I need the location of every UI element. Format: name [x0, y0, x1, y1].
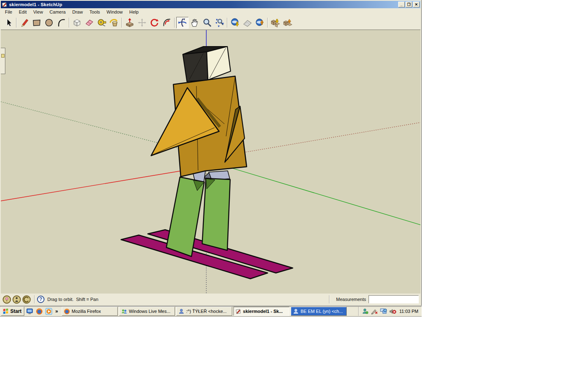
zoom-extents-tool-button[interactable]: [213, 17, 226, 28]
taskbar: Start: [0, 306, 422, 317]
select-arrow-icon: [4, 18, 14, 28]
menu-camera[interactable]: Camera: [46, 9, 69, 15]
toolbar: [1, 16, 420, 30]
move-icon: [137, 18, 147, 28]
pen-disabled-tray-icon[interactable]: [371, 308, 378, 315]
menu-window[interactable]: Window: [103, 9, 126, 15]
desktop: skiermodel1 - SketchUp _ ❐ ✕ File Edit V…: [0, 0, 588, 380]
taskbar-button-messenger[interactable]: Windows Live Mes...: [119, 307, 175, 316]
windows-logo-icon: [2, 308, 9, 315]
taskbar-button-msn-chat-1[interactable]: :^) ŤÝŁEŘ <hocke...: [176, 307, 232, 316]
taskbar-button-sketchup[interactable]: skiermodel1 - Sk...: [233, 307, 289, 316]
taskbar-button-label: Windows Live Mes...: [129, 309, 170, 314]
taskbar-button-msn-chat-2[interactable]: BE EM EL (yn) <ch...: [291, 307, 347, 316]
messenger-icon: [121, 308, 127, 315]
red-axis-negative: [242, 122, 420, 153]
credit-status-icon[interactable]: [22, 295, 31, 304]
skier-model-canvas: [1, 30, 420, 294]
rectangle-icon: [32, 18, 42, 28]
minimize-button[interactable]: _: [398, 2, 405, 7]
line-tool-button[interactable]: [18, 17, 30, 28]
push-pull-tool-button[interactable]: [124, 17, 136, 28]
network-tray-icon[interactable]: [380, 308, 387, 315]
taskbar-button-label: BE EM EL (yn) <ch...: [301, 309, 343, 314]
rotate-tool-button[interactable]: [148, 17, 161, 28]
toolbar-separator: [174, 18, 175, 28]
start-button[interactable]: Start: [1, 307, 24, 316]
measurements-input[interactable]: [369, 295, 419, 303]
taskbar-button-firefox[interactable]: Mozilla Firefox: [62, 307, 118, 316]
pan-tool-button[interactable]: [189, 17, 201, 28]
toolbar-separator: [69, 18, 70, 28]
pencil-icon: [19, 18, 29, 28]
arc-tool-button[interactable]: [55, 17, 68, 28]
offset-icon: [162, 18, 172, 28]
msn-buddy-icon: [293, 308, 299, 315]
offset-tool-button[interactable]: [161, 17, 173, 28]
messenger-status-tray-icon[interactable]: [362, 308, 369, 315]
restore-button[interactable]: ❐: [406, 2, 412, 7]
get-models-icon: [271, 18, 280, 28]
toolbar-separator: [16, 18, 17, 28]
move-tool-button[interactable]: [136, 17, 148, 28]
share-models-tool-button[interactable]: [282, 17, 294, 28]
show-desktop-icon[interactable]: [26, 308, 34, 315]
rectangle-tool-button[interactable]: [30, 17, 43, 28]
measurements-label: Measurements: [336, 297, 366, 302]
orbit-icon: [177, 18, 187, 28]
toolbar-separator: [121, 18, 122, 28]
get-current-view-tool-button[interactable]: [229, 17, 241, 28]
push-pull-icon: [125, 18, 135, 28]
panel-mini-icon: [1, 54, 5, 58]
quicklaunch-overflow-chevron[interactable]: »: [55, 308, 58, 314]
sketchup-app-icon: [2, 2, 7, 7]
eraser-tool-button[interactable]: [83, 17, 96, 28]
zoom-icon: [202, 18, 212, 28]
circle-icon: [44, 18, 54, 28]
zoom-extents-icon: [215, 18, 224, 28]
menu-view[interactable]: View: [30, 9, 47, 15]
menu-help[interactable]: Help: [126, 9, 142, 15]
status-hint-text: Drag to orbit. Shift = Pan: [47, 297, 98, 302]
media-player-icon[interactable]: [45, 308, 53, 315]
taskbar-button-label: :^) ŤÝŁEŘ <hocke...: [186, 309, 226, 314]
place-model-tool-button[interactable]: [254, 17, 266, 28]
select-tool-button[interactable]: [2, 17, 15, 28]
green-axis: [227, 167, 420, 225]
title-bar[interactable]: skiermodel1 - SketchUp _ ❐ ✕: [1, 1, 420, 8]
eraser-icon: [84, 18, 94, 28]
menu-tools[interactable]: Tools: [86, 9, 103, 15]
toggle-terrain-tool-button[interactable]: [241, 17, 254, 28]
head-left: [183, 52, 208, 82]
close-button[interactable]: ✕: [413, 2, 420, 7]
clock: 11:03 PM: [399, 309, 418, 314]
model-viewport[interactable]: [1, 30, 420, 294]
firefox-quicklaunch-icon[interactable]: [35, 308, 43, 315]
get-models-tool-button[interactable]: [269, 17, 282, 28]
red-axis: [1, 169, 191, 201]
volume-muted-tray-icon[interactable]: [389, 308, 397, 315]
status-separator: [34, 295, 35, 303]
circle-tool-button[interactable]: [43, 17, 55, 28]
menu-edit[interactable]: Edit: [16, 9, 30, 15]
collapsed-side-panel[interactable]: [1, 48, 5, 74]
paint-bucket-icon: [109, 18, 119, 28]
make-component-tool-button[interactable]: [71, 17, 83, 28]
taskbar-button-label: Mozilla Firefox: [72, 309, 101, 314]
msn-buddy-icon: [178, 308, 184, 315]
sketchup-window: skiermodel1 - SketchUp _ ❐ ✕ File Edit V…: [0, 0, 422, 306]
paint-bucket-tool-button[interactable]: [108, 17, 120, 28]
orbit-tool-button[interactable]: [176, 17, 189, 28]
help-icon[interactable]: ?: [37, 296, 44, 303]
status-separator: [329, 295, 330, 303]
arc-icon: [56, 18, 66, 28]
menu-draw[interactable]: Draw: [69, 9, 86, 15]
toolbar-separator: [267, 18, 268, 28]
geo-pin-status-icon[interactable]: [2, 295, 11, 304]
globe-download-icon: [230, 18, 240, 28]
person-status-icon[interactable]: [12, 295, 21, 304]
zoom-tool-button[interactable]: [201, 17, 213, 28]
tape-measure-tool-button[interactable]: [96, 17, 108, 28]
menu-file[interactable]: File: [2, 9, 16, 15]
taskbar-button-label: skiermodel1 - Sk...: [243, 309, 283, 314]
